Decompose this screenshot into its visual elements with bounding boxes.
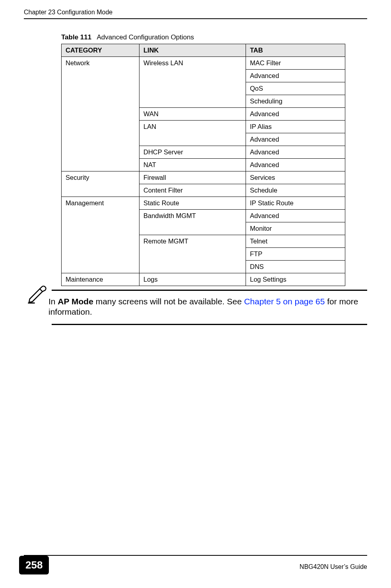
- cell-category: Management: [62, 197, 139, 273]
- cell-link: WAN: [139, 108, 246, 121]
- table-caption-text: Advanced Configuration Options: [97, 33, 194, 41]
- cell-tab: IP Static Route: [246, 197, 345, 210]
- chapter-title: Chapter 23 Configuration Mode: [24, 9, 112, 16]
- cell-link: Firewall: [139, 171, 246, 184]
- cell-tab: Scheduling: [246, 95, 345, 108]
- note-rule-top: [52, 290, 367, 291]
- note-prefix: In: [48, 297, 58, 306]
- col-tab: TAB: [246, 44, 345, 57]
- page-number-badge: 258: [19, 556, 49, 574]
- table-row: MaintenanceLogsLog Settings: [62, 273, 345, 286]
- cell-tab: Advanced: [246, 210, 345, 222]
- cell-tab: DNS: [246, 261, 345, 273]
- cell-tab: Advanced: [246, 146, 345, 159]
- note-mid: many screens will not be available. See: [93, 297, 244, 306]
- table-row: ManagementStatic RouteIP Static Route: [62, 197, 345, 210]
- cell-tab: Advanced: [246, 133, 345, 146]
- cell-link: LAN: [139, 121, 246, 146]
- cell-link: Logs: [139, 273, 246, 286]
- note-block: In AP Mode many screens will not be avai…: [61, 290, 367, 325]
- table-row: SecurityFirewallServices: [62, 171, 345, 184]
- cell-link: Wireless LAN: [139, 57, 246, 108]
- cell-tab: IP Alias: [246, 121, 345, 133]
- table-row: NetworkWireless LANMAC Filter: [62, 57, 345, 70]
- cell-category: Security: [62, 171, 139, 197]
- page-header: Chapter 23 Configuration Mode: [24, 9, 367, 19]
- table-caption-label: Table 111: [61, 33, 91, 41]
- cell-tab: Telnet: [246, 235, 345, 248]
- cell-tab: Schedule: [246, 184, 345, 197]
- cell-category: Maintenance: [62, 273, 139, 286]
- cell-tab: Log Settings: [246, 273, 345, 286]
- cell-link: Content Filter: [139, 184, 246, 197]
- note-rule-bottom: [52, 324, 367, 325]
- config-table-section: Table 111 Advanced Configuration Options…: [61, 33, 345, 286]
- col-category: CATEGORY: [62, 44, 139, 57]
- note-text: In AP Mode many screens will not be avai…: [48, 296, 367, 317]
- cell-link: NAT: [139, 159, 246, 171]
- table-header-row: CATEGORY LINK TAB: [62, 44, 345, 57]
- cell-tab: Advanced: [246, 108, 345, 121]
- note-bold: AP Mode: [58, 297, 93, 306]
- footer-guide: NBG420N User’s Guide: [300, 563, 367, 570]
- cell-link: Static Route: [139, 197, 246, 210]
- cell-tab: Monitor: [246, 222, 345, 235]
- col-link: LINK: [139, 44, 246, 57]
- page-footer: 258 NBG420N User’s Guide: [24, 555, 367, 574]
- hand-writing-icon: [27, 283, 48, 306]
- cell-link: Remote MGMT: [139, 235, 246, 273]
- cell-link: DHCP Server: [139, 146, 246, 159]
- table-caption: Table 111 Advanced Configuration Options: [61, 33, 345, 41]
- cell-tab: MAC Filter: [246, 57, 345, 70]
- note-link[interactable]: Chapter 5 on page 65: [244, 297, 325, 306]
- cell-category: Network: [62, 57, 139, 171]
- cell-tab: Advanced: [246, 159, 345, 171]
- cell-tab: Services: [246, 171, 345, 184]
- cell-link: Bandwidth MGMT: [139, 210, 246, 235]
- cell-tab: FTP: [246, 248, 345, 261]
- cell-tab: Advanced: [246, 70, 345, 82]
- config-options-table: CATEGORY LINK TAB NetworkWireless LANMAC…: [61, 44, 345, 286]
- cell-tab: QoS: [246, 82, 345, 95]
